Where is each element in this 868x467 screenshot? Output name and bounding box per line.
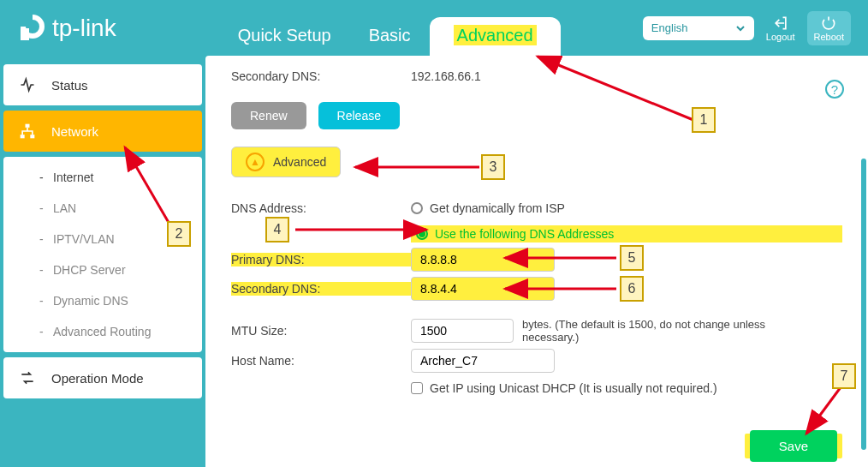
- dns-radio-isp-label[interactable]: Get dynamically from ISP: [430, 201, 565, 215]
- host-name-input[interactable]: [411, 349, 555, 373]
- unicast-label[interactable]: Get IP using Unicast DHCP (It is usually…: [430, 381, 717, 395]
- sidebar-item-operation-mode[interactable]: Operation Mode: [3, 357, 202, 398]
- sidebar-sub-dhcp-server[interactable]: DHCP Server: [3, 254, 202, 285]
- chevron-down-icon: [735, 23, 746, 33]
- sidebar-sub-lan[interactable]: LAN: [3, 193, 202, 224]
- sidebar-item-status[interactable]: Status: [3, 64, 202, 105]
- secondary-dns-ro-label: Secondary DNS:: [231, 69, 411, 83]
- status-icon: [19, 76, 36, 93]
- dns-radio-custom[interactable]: [416, 228, 428, 240]
- dns-radio-isp[interactable]: [411, 202, 423, 214]
- tplink-logo-icon: [17, 13, 48, 44]
- svg-rect-0: [21, 28, 29, 40]
- mtu-input[interactable]: [411, 319, 514, 343]
- logout-label: Logout: [766, 32, 795, 42]
- network-icon: [19, 123, 36, 140]
- sidebar-item-network[interactable]: Network: [3, 111, 202, 152]
- content-panel: ? Secondary DNS: 192.168.66.1 Renew Rele…: [205, 56, 868, 467]
- secondary-dns-ro-value: 192.168.66.1: [411, 69, 481, 83]
- scrollbar[interactable]: [861, 159, 866, 450]
- mtu-note: bytes. (The default is 1500, do not chan…: [522, 318, 796, 344]
- release-button[interactable]: Release: [318, 102, 400, 129]
- primary-dns-input[interactable]: [411, 248, 555, 272]
- sidebar-sub-iptv-vlan[interactable]: IPTV/VLAN: [3, 224, 202, 254]
- renew-release-row: Renew Release: [231, 102, 842, 129]
- sidebar-submenu: Internet LAN IPTV/VLAN DHCP Server Dynam…: [3, 157, 202, 352]
- host-name-label: Host Name:: [231, 354, 411, 368]
- svg-rect-3: [30, 135, 34, 138]
- dns-radio-custom-label[interactable]: Use the following DNS Addresses: [435, 227, 614, 241]
- reboot-icon: [820, 15, 837, 32]
- nav-tabs: Quick Setup Basic Advanced: [219, 0, 561, 56]
- host-name-row: Host Name:: [231, 349, 842, 373]
- reboot-label: Reboot: [814, 32, 844, 42]
- save-area: Save: [745, 434, 842, 458]
- chevron-up-icon: ▲: [246, 153, 265, 171]
- language-value: English: [651, 21, 688, 34]
- dns-radio-custom-row: Use the following DNS Addresses: [411, 225, 842, 242]
- dns-address-row: DNS Address: Get dynamically from ISP: [231, 196, 842, 220]
- renew-button[interactable]: Renew: [231, 102, 306, 129]
- tab-basic[interactable]: Basic: [350, 15, 430, 56]
- secondary-dns-row: Secondary DNS:: [231, 277, 842, 301]
- main-area: Status Network Internet LAN IPTV/VLAN DH…: [0, 56, 868, 467]
- mtu-label: MTU Size:: [231, 324, 411, 338]
- mtu-row: MTU Size: bytes. (The default is 1500, d…: [231, 318, 842, 344]
- primary-dns-row: Primary DNS:: [231, 248, 842, 272]
- tab-quick-setup[interactable]: Quick Setup: [219, 15, 350, 56]
- sidebar-item-label: Operation Mode: [51, 371, 144, 386]
- logout-button[interactable]: Logout: [766, 15, 795, 42]
- save-button[interactable]: Save: [750, 430, 837, 462]
- sidebar-sub-advanced-routing[interactable]: Advanced Routing: [3, 316, 202, 347]
- secondary-dns-readonly-row: Secondary DNS: 192.168.66.1: [231, 64, 842, 88]
- tab-advanced-label: Advanced: [454, 25, 537, 45]
- operation-mode-icon: [19, 369, 36, 386]
- sidebar-item-label: Status: [51, 78, 88, 93]
- logout-icon: [772, 15, 789, 32]
- sidebar-sub-internet[interactable]: Internet: [3, 162, 202, 193]
- svg-rect-2: [21, 135, 25, 138]
- sidebar-item-label: Network: [51, 124, 98, 139]
- brand-logo: tp-link: [17, 13, 116, 44]
- header: tp-link Quick Setup Basic Advanced Engli…: [0, 0, 868, 56]
- primary-dns-label: Primary DNS:: [231, 253, 411, 266]
- reboot-button[interactable]: Reboot: [807, 11, 851, 45]
- language-select[interactable]: English: [643, 16, 754, 40]
- secondary-dns-input[interactable]: [411, 277, 555, 301]
- sidebar-sub-dynamic-dns[interactable]: Dynamic DNS: [3, 285, 202, 316]
- secondary-dns-label: Secondary DNS:: [231, 282, 411, 296]
- svg-rect-1: [26, 124, 30, 128]
- tab-advanced[interactable]: Advanced: [430, 17, 561, 56]
- help-button[interactable]: ?: [825, 80, 844, 99]
- unicast-row: Get IP using Unicast DHCP (It is usually…: [411, 381, 842, 395]
- advanced-toggle-label: Advanced: [273, 155, 326, 169]
- unicast-checkbox[interactable]: [411, 382, 423, 394]
- header-right: English Logout Reboot: [643, 11, 851, 45]
- dns-address-label: DNS Address:: [231, 201, 411, 215]
- brand-text: tp-link: [52, 15, 116, 42]
- sidebar: Status Network Internet LAN IPTV/VLAN DH…: [0, 56, 205, 467]
- advanced-toggle[interactable]: ▲ Advanced: [231, 147, 341, 177]
